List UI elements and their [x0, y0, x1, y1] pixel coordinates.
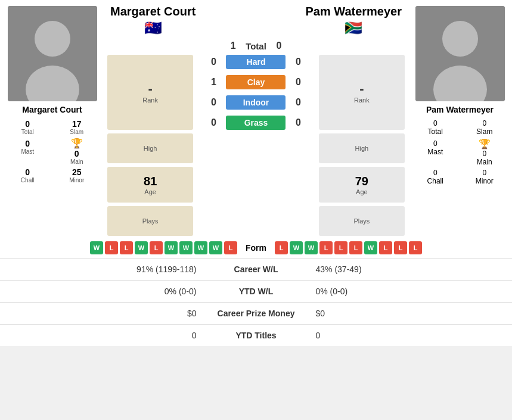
hard-badge: Hard [226, 55, 286, 69]
career-prize-label: Career Prize Money [197, 309, 316, 318]
career-wl-row: 91% (1199-118) Career W/L 43% (37-49) [0, 258, 512, 280]
player1-mast-val: 0 [25, 139, 30, 148]
player2-high-box: High [319, 133, 405, 163]
player2-rank-box: - Rank [319, 55, 405, 130]
players-top-section: Margaret Court 0 Total 17 Slam 0 Mast 🏆 … [0, 0, 512, 238]
ytd-titles-row: 0 YTD Titles 0 [0, 324, 512, 346]
player1-chall-val: 0 [25, 167, 30, 177]
form-badge-p1: L [120, 241, 133, 254]
player2-mast-label: Mast [427, 148, 443, 156]
player2-minor-cell: 0 Minor [463, 167, 507, 186]
player2-mast-val: 0 [433, 139, 437, 148]
player2-slam-cell: 0 Slam [463, 118, 507, 137]
hard-score-right: 0 [289, 57, 307, 67]
info-boxes-plays: Plays Plays [104, 204, 408, 238]
player1-panel: Margaret Court 0 Total 17 Slam 0 Mast 🏆 … [0, 0, 104, 238]
player2-mast-cell: 0 Mast [414, 138, 457, 166]
player2-trophy-icon: 🏆 [479, 138, 491, 150]
player2-plays-box: Plays [319, 206, 405, 236]
player1-avatar [8, 6, 97, 101]
player1-chall-cell: 0 Chall [6, 166, 49, 185]
player1-mast-cell: 0 Mast [6, 138, 49, 165]
grass-score-right: 0 [289, 117, 307, 128]
ytd-wl-row: 0% (0-0) YTD W/L 0% (0-0) [0, 280, 512, 302]
indoor-score-right: 0 [289, 97, 307, 108]
player2-high-val: High [355, 145, 369, 152]
player1-stats: 0 Total 17 Slam 0 Mast 🏆 0 Main 0 [6, 118, 98, 185]
player1-trophy-icon: 🏆 [71, 138, 83, 149]
career-wl-label: Career W/L [197, 265, 316, 274]
player-names-row: Margaret Court 🇦🇺 Pam Watermeyer 🇿🇦 [104, 0, 408, 36]
total-score-left: 1 [224, 41, 242, 51]
player2-total-cell: 0 Total [414, 118, 457, 137]
player2-slam-val: 0 [482, 119, 486, 127]
player1-rank-box: - Rank [107, 55, 193, 130]
player1-main-val: 0 [75, 149, 79, 158]
indoor-score-left: 0 [204, 97, 222, 108]
ytd-titles-left: 0 [12, 331, 197, 340]
ytd-wl-left: 0% (0-0) [12, 287, 197, 296]
player1-rank-label: Rank [142, 97, 158, 104]
player1-high-box: High [107, 133, 193, 163]
form-badge-p2: L [379, 241, 392, 254]
form-badge-p1: L [105, 241, 118, 254]
player2-age-val: 79 [355, 175, 368, 188]
form-badge-p2: W [290, 241, 303, 254]
player2-age-box: 79 Age [319, 167, 405, 203]
player2-minor-val: 0 [482, 169, 486, 177]
ytd-wl-label: YTD W/L [197, 287, 316, 296]
form-label: Form [246, 243, 266, 253]
svg-point-4 [442, 21, 478, 57]
indoor-badge: Indoor [226, 95, 286, 110]
player2-total-label: Total [428, 127, 443, 136]
form-badge-p1: W [135, 241, 148, 254]
hard-score-left: 0 [204, 57, 222, 67]
total-score-label: Total [246, 41, 266, 51]
form-badge-p1: L [150, 241, 163, 254]
career-wl-right: 43% (37-49) [316, 265, 501, 274]
form-badge-p2: L [349, 241, 362, 254]
info-boxes-high: High High [104, 132, 408, 165]
total-score-right: 0 [270, 41, 288, 51]
svg-point-1 [35, 21, 70, 57]
player1-total-cell: 0 Total [6, 118, 49, 136]
player1-age-label: Age [144, 188, 156, 195]
ytd-wl-right: 0% (0-0) [316, 287, 501, 296]
player1-plays-box: Plays [107, 206, 193, 236]
grass-score-row: 0 Grass 0 [197, 114, 315, 132]
player1-name: Margaret Court [22, 105, 82, 114]
main-container: Margaret Court 0 Total 17 Slam 0 Mast 🏆 … [0, 0, 512, 346]
player2-form-badges: LWWLLLWLLL [275, 241, 503, 254]
player2-age-label: Age [356, 188, 368, 195]
clay-score-left: 1 [204, 77, 222, 88]
player2-flag: 🇿🇦 [305, 20, 402, 36]
player1-form-badges: WLLWLWWWWL [9, 241, 237, 254]
player2-stats: 0 Total 0 Slam 0 Mast 🏆 0 Main 0 [414, 118, 506, 186]
form-badge-p1: W [179, 241, 193, 254]
clay-score-row: 1 Clay 0 [197, 73, 315, 91]
clay-badge: Clay [226, 75, 286, 89]
player2-name: Pam Watermeyer [426, 105, 494, 114]
indoor-score-row: 0 Indoor 0 [197, 94, 315, 111]
total-score-row: 1 Total 0 [104, 39, 408, 53]
form-badge-p2: L [275, 241, 288, 254]
player1-minor-val: 25 [72, 167, 82, 177]
player1-flag: 🇦🇺 [110, 20, 196, 36]
player2-chall-cell: 0 Chall [414, 167, 457, 186]
form-badge-p2: W [364, 241, 377, 254]
age-spacer [197, 165, 315, 204]
player1-minor-label: Minor [69, 177, 84, 183]
form-badge-p1: W [209, 241, 222, 254]
player1-rank-val: - [148, 81, 152, 97]
player2-rank-val: - [359, 81, 364, 97]
plays-spacer [197, 204, 315, 238]
player2-trophy-cell: 🏆 0 Main [463, 138, 507, 166]
career-wl-left: 91% (1199-118) [12, 265, 197, 274]
player1-plays-val: Plays [142, 217, 159, 225]
player2-minor-label: Minor [476, 177, 494, 185]
surface-scores: 0 Hard 0 1 Clay 0 0 Indoor 0 [197, 53, 315, 132]
career-prize-right: $0 [316, 309, 501, 318]
player1-slam-label: Slam [70, 129, 83, 135]
player2-chall-label: Chall [427, 177, 443, 185]
form-badge-p2: L [409, 241, 422, 254]
